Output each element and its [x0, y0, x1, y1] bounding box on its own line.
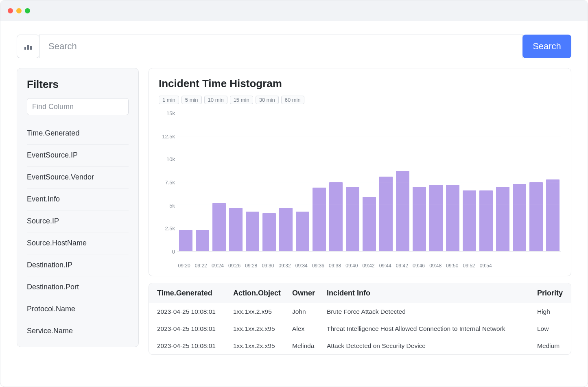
- chart-bar[interactable]: [379, 177, 393, 251]
- time-chip[interactable]: 60 min: [281, 96, 304, 104]
- filter-item[interactable]: Source.HostName: [27, 232, 129, 254]
- x-tick-label: 09:54: [479, 263, 492, 269]
- col-priority[interactable]: Priority: [532, 283, 571, 303]
- y-tick-label: 12.5k: [162, 133, 175, 139]
- right-column: Incident Time Histogram 1 min5 min10 min…: [149, 68, 571, 355]
- chart-bar[interactable]: [329, 182, 343, 251]
- col-owner[interactable]: Owner: [287, 283, 322, 303]
- cell-priority: Medium: [532, 337, 571, 354]
- table-header-row: Time.Generated Action.Object Owner Incid…: [149, 283, 571, 303]
- cell-action: 1xx.1xx.2x.x95: [228, 337, 287, 354]
- x-tick-label: 09:28: [245, 263, 258, 269]
- filter-list: Time.GeneratedEventSource.IPEventSource.…: [27, 122, 129, 337]
- chart-bar[interactable]: [262, 213, 276, 251]
- cell-action: 1xx.1xx.2x.x95: [228, 320, 287, 337]
- x-tick-label: [496, 263, 509, 269]
- x-tick-label: 09:38: [328, 263, 342, 269]
- chart-bar[interactable]: [496, 187, 509, 251]
- minimize-icon[interactable]: [16, 8, 22, 13]
- chart-bar[interactable]: [179, 230, 192, 251]
- chart-bar[interactable]: [546, 179, 560, 251]
- gridline: [177, 136, 561, 136]
- gridline: [177, 182, 561, 182]
- maximize-icon[interactable]: [25, 8, 30, 13]
- x-tick-label: 09:46: [412, 263, 425, 269]
- y-tick-label: 2.5k: [165, 225, 175, 232]
- chart-bar[interactable]: [346, 187, 359, 251]
- gridline: [177, 159, 561, 159]
- filter-item[interactable]: Time.Generated: [27, 122, 129, 144]
- filter-item[interactable]: Protocol.Name: [27, 298, 129, 320]
- svg-rect-0: [24, 47, 26, 50]
- chart-bar[interactable]: [429, 185, 443, 251]
- chart-bar[interactable]: [296, 212, 309, 251]
- chart-bar[interactable]: [413, 187, 426, 251]
- filter-item[interactable]: EventSource.IP: [27, 144, 129, 166]
- chart-area: 02.5k5k7.5k10k12.5k15k: [159, 109, 561, 260]
- x-tick-label: 09:24: [211, 263, 224, 269]
- chart-bar[interactable]: [313, 188, 326, 251]
- chart-bar[interactable]: [479, 190, 493, 251]
- y-tick-label: 0: [172, 249, 175, 255]
- chart-bar[interactable]: [513, 184, 526, 251]
- filter-item[interactable]: Service.Name: [27, 320, 129, 337]
- search-bar: Search: [17, 35, 571, 58]
- table-row[interactable]: 2023-04-25 10:08:011xx.1xx.2.x95JohnBrut…: [149, 303, 571, 320]
- cell-priority: High: [532, 303, 571, 320]
- chart-toggle-button[interactable]: [17, 35, 39, 58]
- chart-bar[interactable]: [446, 185, 459, 251]
- search-input[interactable]: [39, 35, 523, 58]
- x-tick-label: [512, 263, 526, 269]
- cell-owner: Alex: [287, 320, 322, 337]
- time-chips: 1 min5 min10 min15 min30 min60 min: [159, 96, 561, 104]
- bar-chart-icon: [23, 42, 33, 51]
- y-axis: 02.5k5k7.5k10k12.5k15k: [159, 113, 177, 251]
- gridline: [177, 113, 561, 113]
- col-action-object[interactable]: Action.Object: [228, 283, 287, 303]
- x-tick-label: 09:26: [228, 263, 241, 269]
- find-column-input[interactable]: [27, 98, 129, 115]
- y-tick-label: 7.5k: [165, 179, 175, 186]
- filter-item[interactable]: EventSource.Vendor: [27, 166, 129, 188]
- x-tick-label: [529, 263, 543, 269]
- svg-rect-2: [30, 46, 32, 50]
- col-incident-info[interactable]: Incident Info: [322, 283, 532, 303]
- x-tick-label: 09:50: [446, 263, 459, 269]
- chart-bar[interactable]: [463, 190, 476, 251]
- x-tick-label: [546, 263, 560, 269]
- time-chip[interactable]: 5 min: [181, 96, 202, 104]
- filter-item[interactable]: Destination.Port: [27, 276, 129, 298]
- x-axis-labels: 09:2009:2209:2409:2609:2809:3009:3209:34…: [159, 260, 561, 269]
- content-area: Search Filters Time.GeneratedEventSource…: [0, 21, 588, 367]
- x-tick-label: 09:42: [362, 263, 375, 269]
- filter-item[interactable]: Event.Info: [27, 188, 129, 210]
- chart-bar[interactable]: [212, 203, 226, 251]
- chart-bar[interactable]: [196, 230, 209, 251]
- col-time-generated[interactable]: Time.Generated: [149, 283, 228, 303]
- cell-info: Brute Force Attack Detected: [322, 303, 532, 320]
- cell-time: 2023-04-25 10:08:01: [149, 303, 228, 320]
- chart-panel: Incident Time Histogram 1 min5 min10 min…: [149, 68, 571, 276]
- chart-bar[interactable]: [396, 171, 409, 251]
- cell-time: 2023-04-25 10:08:01: [149, 337, 228, 354]
- table-row[interactable]: 2023-04-25 10:08:011xx.1xx.2x.x95AlexThr…: [149, 320, 571, 337]
- table-row[interactable]: 2023-04-25 10:08:011xx.1xx.2x.x95Melinda…: [149, 337, 571, 354]
- chart-bar[interactable]: [279, 208, 293, 251]
- time-chip[interactable]: 30 min: [256, 96, 279, 104]
- search-button[interactable]: Search: [522, 35, 571, 58]
- cell-time: 2023-04-25 10:08:01: [149, 320, 228, 337]
- chart-bar[interactable]: [229, 208, 243, 251]
- filter-item[interactable]: Destination.IP: [27, 254, 129, 276]
- cell-owner: Melinda: [287, 337, 322, 354]
- y-tick-label: 5k: [169, 202, 175, 208]
- chart-title: Incident Time Histogram: [159, 77, 561, 90]
- close-icon[interactable]: [8, 8, 13, 13]
- x-tick-label: 09:40: [345, 263, 358, 269]
- chart-bar[interactable]: [246, 212, 259, 251]
- time-chip[interactable]: 10 min: [204, 96, 227, 104]
- time-chip[interactable]: 1 min: [159, 96, 179, 104]
- x-tick-label: 09:36: [311, 263, 325, 269]
- chart-bar[interactable]: [529, 182, 543, 251]
- filter-item[interactable]: Source.IP: [27, 210, 129, 232]
- time-chip[interactable]: 15 min: [230, 96, 253, 104]
